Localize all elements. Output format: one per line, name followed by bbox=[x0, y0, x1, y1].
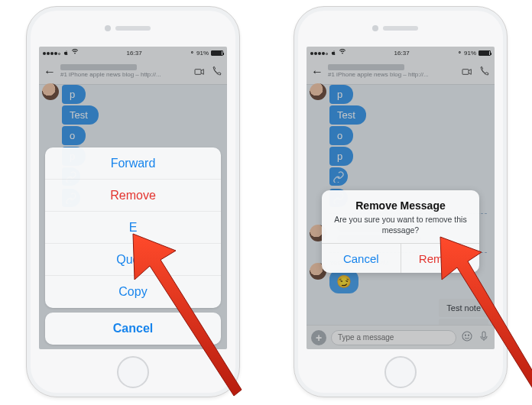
phone-left: 16:37 ⚬ 91% ← #1 iPhone apple news blog … bbox=[26, 6, 240, 397]
alert-remove[interactable]: Remove bbox=[401, 244, 480, 273]
front-camera bbox=[372, 25, 378, 31]
phone-right: 16:37 ⚬ 91% ← #1 iPhone apple news blog … bbox=[294, 6, 508, 397]
home-button[interactable] bbox=[384, 356, 417, 388]
front-camera bbox=[105, 25, 111, 31]
sheet-quote[interactable]: Quote bbox=[45, 244, 221, 276]
earpiece bbox=[115, 26, 151, 31]
alert-cancel[interactable]: Cancel bbox=[322, 244, 401, 273]
sheet-remove[interactable]: Remove bbox=[45, 180, 221, 212]
screen-right: 16:37 ⚬ 91% ← #1 iPhone apple news blog … bbox=[307, 47, 495, 349]
sheet-edit[interactable]: E bbox=[45, 212, 221, 244]
sheet-forward[interactable]: Forward bbox=[45, 147, 221, 180]
home-button[interactable] bbox=[117, 356, 149, 388]
alert-body: Are you sure you want to remove this mes… bbox=[334, 215, 467, 235]
remove-alert: Remove Message Are you sure you want to … bbox=[322, 190, 479, 273]
alert-title: Remove Message bbox=[334, 199, 467, 212]
sheet-copy[interactable]: Copy bbox=[45, 276, 221, 308]
sheet-cancel[interactable]: Cancel bbox=[45, 313, 221, 345]
screen-left: 16:37 ⚬ 91% ← #1 iPhone apple news blog … bbox=[39, 47, 227, 349]
earpiece bbox=[383, 26, 418, 31]
action-sheet: Forward Remove E Quote Copy Cancel bbox=[45, 147, 221, 345]
